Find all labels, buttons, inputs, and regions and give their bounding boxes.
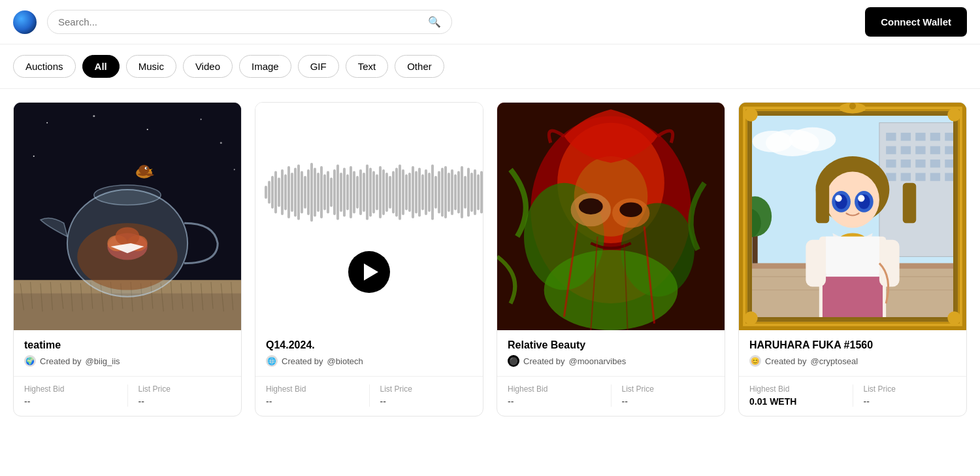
nft-creator: ⚫ Created by @moonarvibes: [508, 355, 714, 367]
svg-rect-52: [294, 168, 297, 217]
svg-point-4: [201, 119, 202, 120]
highest-bid-label: Highest Bid: [266, 384, 359, 394]
svg-rect-62: [327, 171, 329, 214]
svg-point-6: [33, 156, 35, 157]
list-price-label: List Price: [864, 384, 956, 394]
svg-rect-71: [356, 176, 359, 209]
svg-rect-176: [879, 240, 900, 287]
svg-rect-96: [438, 171, 440, 214]
nft-image: [497, 103, 725, 330]
svg-point-1: [46, 122, 48, 124]
svg-point-5: [220, 142, 222, 144]
list-price-col: List Price --: [622, 384, 715, 407]
creator-avatar: 🌐: [266, 355, 278, 367]
creator-avatar: 🌍: [24, 355, 36, 367]
svg-rect-88: [412, 166, 414, 218]
nft-pricing: Highest Bid -- List Price --: [14, 377, 241, 416]
svg-rect-84: [399, 165, 401, 220]
svg-rect-66: [340, 173, 342, 212]
svg-rect-53: [297, 165, 300, 220]
svg-rect-91: [421, 175, 424, 211]
svg-point-122: [579, 198, 603, 214]
connect-wallet-button[interactable]: Connect Wallet: [865, 7, 967, 37]
highest-bid-label: Highest Bid: [24, 384, 117, 394]
svg-point-38: [116, 227, 140, 246]
nft-image: [739, 103, 966, 330]
svg-rect-68: [346, 175, 349, 211]
svg-rect-137: [945, 133, 955, 141]
svg-rect-70: [353, 171, 355, 214]
svg-rect-134: [901, 133, 911, 141]
svg-rect-76: [372, 171, 375, 214]
svg-rect-92: [425, 169, 427, 215]
search-container: 🔍: [47, 10, 452, 34]
nft-image: [14, 103, 241, 330]
header: 🔍 Connect Wallet: [0, 0, 980, 44]
svg-rect-57: [310, 163, 313, 222]
svg-rect-101: [454, 175, 457, 211]
svg-point-118: [544, 250, 678, 330]
svg-rect-90: [418, 168, 421, 217]
list-price-col: List Price --: [864, 384, 956, 407]
logo-icon: [13, 10, 37, 34]
svg-point-7: [234, 169, 235, 170]
svg-rect-93: [428, 173, 431, 212]
search-icon: 🔍: [428, 16, 441, 28]
svg-rect-49: [284, 175, 287, 211]
list-price-label: List Price: [139, 384, 231, 394]
nft-info: teatime 🌍 Created by @biig_iis: [14, 330, 241, 376]
svg-rect-79: [382, 169, 385, 215]
list-price-value: --: [864, 396, 956, 407]
list-price-value: --: [139, 396, 231, 407]
svg-rect-94: [431, 165, 434, 220]
filter-btn-text[interactable]: Text: [346, 55, 389, 78]
svg-rect-77: [376, 175, 378, 211]
highest-bid-label: Highest Bid: [508, 384, 600, 394]
nft-card: HARUHARA FUKA #1560 😊 Created by @crypto…: [738, 102, 967, 416]
nft-grid: teatime 🌍 Created by @biig_iis Highest B…: [0, 89, 980, 430]
svg-rect-140: [915, 146, 925, 154]
svg-rect-150: [915, 173, 925, 180]
filter-btn-video[interactable]: Video: [183, 55, 233, 78]
filter-btn-music[interactable]: Music: [126, 55, 176, 78]
svg-rect-51: [291, 173, 293, 212]
highest-bid-col: Highest Bid --: [508, 384, 600, 407]
svg-rect-102: [457, 171, 460, 214]
svg-rect-138: [886, 146, 896, 154]
filter-btn-auctions[interactable]: Auctions: [13, 55, 76, 78]
creator-label: Created by: [765, 356, 807, 366]
nft-title: Q14.2024.: [266, 339, 472, 351]
filter-btn-image[interactable]: Image: [239, 55, 291, 78]
svg-rect-163: [816, 183, 829, 223]
highest-bid-col: Highest Bid 0.01 WETH: [749, 384, 842, 407]
svg-rect-54: [301, 171, 303, 214]
search-input[interactable]: [58, 16, 428, 27]
svg-rect-50: [287, 166, 290, 218]
play-button[interactable]: [348, 251, 390, 293]
svg-rect-106: [470, 173, 473, 212]
svg-rect-83: [395, 168, 398, 217]
svg-point-40: [139, 165, 149, 174]
svg-rect-87: [408, 173, 411, 212]
filter-btn-gif[interactable]: GIF: [298, 55, 339, 78]
svg-rect-64: [333, 169, 336, 215]
svg-point-123: [619, 203, 642, 218]
creator-handle: @biotech: [327, 356, 363, 366]
svg-rect-58: [314, 168, 316, 217]
svg-rect-144: [901, 160, 911, 167]
svg-rect-152: [945, 173, 955, 180]
svg-rect-97: [441, 168, 444, 217]
svg-rect-136: [930, 133, 940, 141]
list-price-label: List Price: [380, 384, 473, 394]
list-price-value: --: [380, 396, 473, 407]
filter-btn-all[interactable]: All: [82, 55, 120, 78]
svg-rect-103: [461, 166, 463, 218]
svg-rect-61: [323, 175, 326, 211]
filter-btn-other[interactable]: Other: [395, 55, 444, 78]
svg-rect-98: [444, 166, 447, 218]
nft-card: teatime 🌍 Created by @biig_iis Highest B…: [13, 102, 242, 416]
nft-info: HARUHARA FUKA #1560 😊 Created by @crypto…: [739, 330, 966, 376]
svg-rect-147: [945, 160, 955, 167]
svg-rect-45: [271, 176, 274, 209]
svg-rect-132: [879, 123, 960, 257]
